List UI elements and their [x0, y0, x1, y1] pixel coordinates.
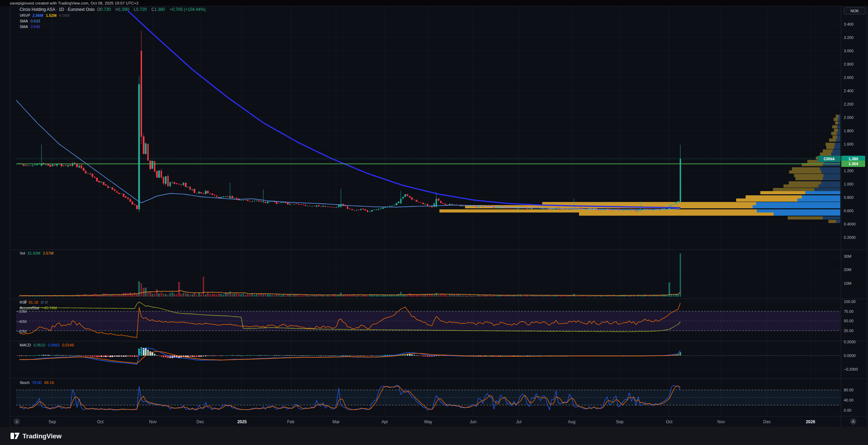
- svg-text:2.400: 2.400: [844, 89, 854, 93]
- svg-text:0.800: 0.800: [844, 195, 854, 200]
- vrvp-legend[interactable]: VRVP 2.56M 1.52M 4.08M: [20, 13, 71, 18]
- svg-text:2025: 2025: [237, 419, 247, 424]
- svg-text:Feb: Feb: [287, 419, 295, 424]
- sma-slow-label[interactable]: SMA: [20, 25, 28, 29]
- svg-text:0.2000: 0.2000: [844, 340, 856, 344]
- chart-canvas[interactable]: 3.4003.2003.0002.8002.6002.4002.2002.000…: [0, 0, 868, 445]
- symbol-legend[interactable]: Circio Holding ASA · 1D · Euronext Oslo …: [20, 7, 207, 12]
- svg-text:100.00: 100.00: [844, 299, 856, 304]
- symbol-price-tag: CRNA: [818, 156, 841, 162]
- svg-text:25.00: 25.00: [844, 329, 854, 333]
- rsi-value: 91.18: [28, 300, 38, 304]
- sma-fast-value: 0.633: [31, 19, 40, 23]
- ohlc-change: +0.705 (+104.44%): [170, 7, 206, 12]
- ohlc-open: O0.730: [97, 7, 113, 12]
- sma-slow-value: 0.645: [31, 25, 40, 29]
- stoch-d-value: 49.14: [44, 380, 54, 385]
- svg-text:2.200: 2.200: [844, 102, 854, 106]
- svg-text:Nov: Nov: [717, 419, 725, 424]
- svg-text:Sep: Sep: [616, 419, 624, 424]
- svg-text:Nov: Nov: [149, 419, 156, 424]
- svg-text:2.000: 2.000: [844, 115, 854, 120]
- svg-text:2.800: 2.800: [844, 62, 854, 66]
- svg-text:Oct: Oct: [666, 419, 673, 424]
- svg-text:1.600: 1.600: [844, 142, 854, 146]
- svg-text:−40M: −40M: [17, 319, 27, 324]
- macd-legend[interactable]: MACD 0.0510 0.0660 0.0149: [20, 343, 75, 347]
- svg-text:−20M: −20M: [17, 309, 27, 313]
- sma-slow-legend[interactable]: SMA 0.645: [20, 25, 41, 29]
- svg-text:0.2000: 0.2000: [844, 235, 856, 240]
- svg-text:Jun: Jun: [470, 419, 476, 424]
- macd-value-2: 0.0660: [48, 343, 60, 347]
- svg-text:80.00: 80.00: [844, 388, 854, 392]
- stoch-label[interactable]: Stoch: [20, 380, 29, 385]
- rsi-legend[interactable]: RSI 91.18 Ø Ø: [20, 300, 49, 304]
- hline-price-label: 1.304: [841, 161, 865, 167]
- rsi-na-value: Ø Ø: [41, 300, 48, 304]
- volume-legend[interactable]: Vol 31.92M 2.57M: [20, 251, 55, 255]
- svg-text:20M: 20M: [844, 268, 851, 272]
- svg-text:3.200: 3.200: [844, 35, 854, 40]
- svg-text:3.000: 3.000: [844, 49, 854, 53]
- vrvp-value-2: 1.52M: [46, 13, 56, 18]
- ohlc-close: C1.380: [152, 7, 167, 12]
- svg-text:2026: 2026: [806, 419, 815, 424]
- svg-text:May: May: [424, 419, 432, 424]
- svg-text:Sep: Sep: [48, 419, 56, 424]
- svg-text:Dec: Dec: [763, 419, 771, 424]
- svg-text:0.4000: 0.4000: [844, 222, 856, 226]
- accdist-value: −40.74M: [42, 306, 57, 310]
- volume-value: 31.92M: [27, 251, 40, 255]
- svg-text:Aug: Aug: [568, 419, 575, 424]
- ohlc-high: H1.590: [115, 7, 131, 12]
- sma-fast-label[interactable]: SMA: [20, 19, 28, 23]
- volume-ma-value: 2.57M: [43, 251, 54, 255]
- svg-text:30M: 30M: [844, 254, 851, 258]
- ohlc-low: L0.720: [134, 7, 149, 12]
- tradingview-wordmark: TradingView: [22, 432, 62, 440]
- svg-text:−0.2000: −0.2000: [844, 367, 858, 371]
- chart-window: savepiginvest created with TradingView.c…: [0, 0, 868, 445]
- symbol-title[interactable]: Circio Holding ASA · 1D · Euronext Oslo: [20, 7, 94, 12]
- svg-text:40.00: 40.00: [844, 398, 854, 402]
- currency-button[interactable]: NOK: [844, 7, 866, 14]
- stoch-k-value: 79.00: [32, 380, 42, 385]
- vrvp-label[interactable]: VRVP: [20, 13, 30, 18]
- macd-value-1: 0.0510: [33, 343, 45, 347]
- svg-text:0.0000: 0.0000: [844, 353, 856, 358]
- auto-scale-button[interactable]: A: [850, 418, 856, 425]
- svg-text:Oct: Oct: [97, 419, 104, 424]
- macd-label[interactable]: MACD: [20, 343, 31, 347]
- svg-text:1.200: 1.200: [844, 169, 854, 173]
- volume-label[interactable]: Vol: [20, 251, 25, 255]
- svg-text:50.00: 50.00: [844, 319, 854, 323]
- svg-text:3.400: 3.400: [844, 22, 854, 26]
- timezone-button[interactable]: z: [14, 418, 20, 425]
- footer-bar: TradingView: [0, 427, 868, 445]
- svg-text:Dec: Dec: [196, 419, 204, 424]
- accdist-label[interactable]: Accum/Dist: [20, 306, 39, 310]
- svg-text:Apr: Apr: [382, 419, 388, 424]
- svg-text:10M: 10M: [844, 281, 851, 285]
- macd-value-3: 0.0149: [62, 343, 74, 347]
- svg-text:Mar: Mar: [332, 419, 340, 424]
- vrvp-value-3: 4.08M: [59, 13, 70, 18]
- svg-text:0.00: 0.00: [844, 408, 851, 412]
- svg-text:1.800: 1.800: [844, 129, 854, 133]
- rsi-label[interactable]: RSI: [20, 300, 26, 304]
- sma-fast-legend[interactable]: SMA 0.633: [20, 19, 41, 23]
- svg-text:−60M: −60M: [17, 329, 27, 333]
- accdist-legend[interactable]: Accum/Dist −40.74M: [20, 306, 58, 310]
- svg-text:1.000: 1.000: [844, 182, 854, 186]
- svg-text:2.600: 2.600: [844, 75, 854, 80]
- tradingview-logo-icon[interactable]: TradingView: [10, 430, 122, 442]
- vrvp-value-1: 2.56M: [33, 13, 43, 18]
- stoch-legend[interactable]: Stoch 79.00 49.14: [20, 380, 55, 385]
- svg-text:0.600: 0.600: [844, 209, 854, 213]
- svg-text:Jul: Jul: [516, 419, 521, 424]
- svg-text:75.00: 75.00: [844, 309, 854, 313]
